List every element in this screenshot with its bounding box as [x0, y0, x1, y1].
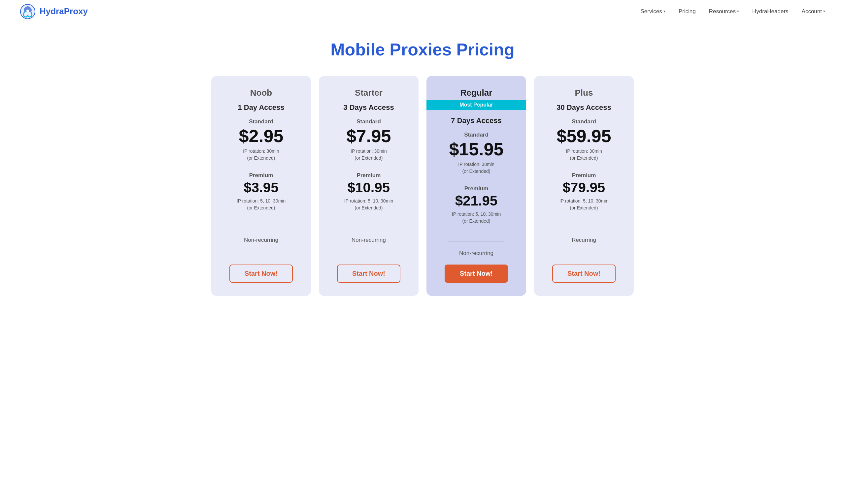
page-content: Mobile Proxies Pricing Noob1 Day Access …	[191, 23, 654, 322]
premium-label-starter: Premium	[329, 172, 409, 179]
start-now-button-starter[interactable]: Start Now!	[337, 265, 400, 283]
standard-label-noob: Standard	[221, 119, 301, 125]
plan-name-regular: Regular	[460, 88, 492, 98]
nav-link-pricing[interactable]: Pricing	[679, 8, 696, 15]
standard-label-regular: Standard	[436, 132, 516, 138]
logo-icon	[20, 4, 36, 19]
premium-rotation-starter: IP rotation: 5, 10, 30min(or Extended)	[329, 198, 409, 212]
pricing-card-plus: Plus30 Days Access Standard $59.95 IP ro…	[534, 76, 634, 296]
card-divider-plus	[556, 228, 612, 228]
billing-label-starter: Non-recurring	[352, 237, 386, 244]
access-label-noob: 1 Day Access	[237, 103, 284, 112]
nav-link-services[interactable]: Services ▾	[641, 8, 666, 15]
card-divider-noob	[233, 228, 289, 228]
services-chevron-icon: ▾	[664, 9, 666, 14]
navbar: HydraProxy Services ▾ Pricing Resources …	[0, 0, 845, 23]
nav-item-pricing[interactable]: Pricing	[679, 8, 696, 15]
nav-item-services[interactable]: Services ▾	[641, 8, 666, 15]
standard-section-noob: Standard $2.95 IP rotation: 30min(or Ext…	[221, 119, 301, 169]
pricing-card-regular: RegularMost Popular7 Days Access Standar…	[426, 76, 526, 296]
standard-price-starter: $7.95	[329, 126, 409, 146]
standard-rotation-regular: IP rotation: 30min(or Extended)	[436, 161, 516, 175]
premium-price-starter: $10.95	[329, 180, 409, 195]
premium-rotation-plus: IP rotation: 5, 10, 30min(or Extended)	[544, 198, 624, 212]
pricing-grid: Noob1 Day Access Standard $2.95 IP rotat…	[211, 76, 634, 296]
nav-link-resources[interactable]: Resources ▾	[709, 8, 739, 15]
nav-item-resources[interactable]: Resources ▾	[709, 8, 739, 15]
standard-rotation-plus: IP rotation: 30min(or Extended)	[544, 148, 624, 162]
premium-section-regular: Premium $21.95 IP rotation: 5, 10, 30min…	[436, 185, 516, 232]
standard-label-starter: Standard	[329, 119, 409, 125]
standard-rotation-noob: IP rotation: 30min(or Extended)	[221, 148, 301, 162]
logo-text: HydraProxy	[40, 6, 88, 17]
card-divider-starter	[341, 228, 397, 228]
access-label-starter: 3 Days Access	[343, 103, 394, 112]
plan-name-plus: Plus	[575, 88, 593, 98]
start-now-button-noob[interactable]: Start Now!	[229, 265, 293, 283]
plan-name-starter: Starter	[355, 88, 383, 98]
premium-section-plus: Premium $79.95 IP rotation: 5, 10, 30min…	[544, 172, 624, 219]
start-now-button-plus[interactable]: Start Now!	[552, 265, 616, 283]
access-label-regular: 7 Days Access	[451, 116, 501, 125]
premium-rotation-noob: IP rotation: 5, 10, 30min(or Extended)	[221, 198, 301, 212]
nav-item-hydraheaders[interactable]: HydraHeaders	[752, 8, 789, 15]
premium-section-noob: Premium $3.95 IP rotation: 5, 10, 30min(…	[221, 172, 301, 219]
premium-price-plus: $79.95	[544, 180, 624, 195]
page-title: Mobile Proxies Pricing	[211, 40, 634, 59]
card-divider-regular	[448, 241, 504, 241]
pricing-card-starter: Starter3 Days Access Standard $7.95 IP r…	[319, 76, 419, 296]
logo-area[interactable]: HydraProxy	[20, 4, 88, 19]
plan-name-noob: Noob	[250, 88, 272, 98]
standard-price-noob: $2.95	[221, 126, 301, 146]
nav-links: Services ▾ Pricing Resources ▾ HydraHead…	[641, 8, 825, 15]
standard-price-plus: $59.95	[544, 126, 624, 146]
premium-price-noob: $3.95	[221, 180, 301, 195]
standard-price-regular: $15.95	[436, 140, 516, 159]
premium-label-noob: Premium	[221, 172, 301, 179]
resources-chevron-icon: ▾	[737, 9, 739, 14]
nav-link-account[interactable]: Account ▾	[802, 8, 825, 15]
svg-point-1	[27, 10, 29, 12]
nav-link-hydraheaders[interactable]: HydraHeaders	[752, 8, 789, 15]
standard-rotation-starter: IP rotation: 30min(or Extended)	[329, 148, 409, 162]
nav-item-account[interactable]: Account ▾	[802, 8, 825, 15]
account-chevron-icon: ▾	[823, 9, 825, 14]
start-now-button-regular[interactable]: Start Now!	[445, 265, 508, 283]
most-popular-badge: Most Popular	[426, 100, 526, 110]
standard-label-plus: Standard	[544, 119, 624, 125]
billing-label-regular: Non-recurring	[459, 250, 493, 257]
billing-label-plus: Recurring	[572, 237, 596, 244]
premium-label-regular: Premium	[436, 185, 516, 192]
pricing-card-noob: Noob1 Day Access Standard $2.95 IP rotat…	[211, 76, 311, 296]
premium-rotation-regular: IP rotation: 5, 10, 30min(or Extended)	[436, 211, 516, 224]
access-label-plus: 30 Days Access	[557, 103, 611, 112]
premium-price-regular: $21.95	[436, 193, 516, 209]
billing-label-noob: Non-recurring	[244, 237, 278, 244]
standard-section-plus: Standard $59.95 IP rotation: 30min(or Ex…	[544, 119, 624, 169]
premium-section-starter: Premium $10.95 IP rotation: 5, 10, 30min…	[329, 172, 409, 219]
standard-section-starter: Standard $7.95 IP rotation: 30min(or Ext…	[329, 119, 409, 169]
premium-label-plus: Premium	[544, 172, 624, 179]
standard-section-regular: Standard $15.95 IP rotation: 30min(or Ex…	[436, 132, 516, 183]
